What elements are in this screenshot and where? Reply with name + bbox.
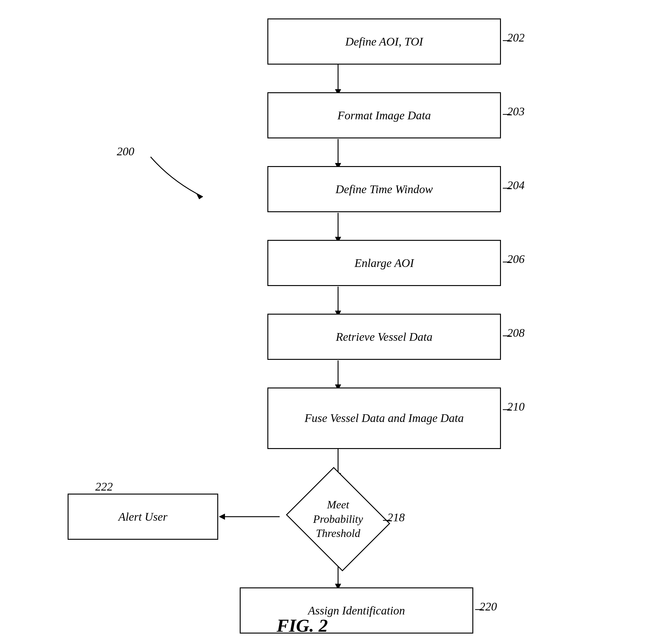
box-208-label: Retrieve Vessel Data	[336, 330, 432, 344]
ref-204: 204	[507, 178, 525, 192]
diagram-container: Define AOI, TOI 202 Format Image Data 20…	[0, 0, 646, 644]
svg-marker-13	[219, 514, 225, 520]
box-203: Format Image Data	[267, 92, 501, 139]
box-210-label: Fuse Vessel Data and Image Data	[305, 410, 464, 426]
ref-203: 203	[507, 105, 525, 118]
tick-206	[503, 261, 512, 263]
tick-202	[503, 40, 512, 41]
tick-220	[475, 609, 484, 610]
box-206-label: Enlarge AOI	[354, 256, 414, 270]
box-222-label: Alert User	[118, 510, 167, 524]
box-210: Fuse Vessel Data and Image Data	[267, 387, 501, 449]
diamond-218-label: MeetProbabilityThreshold	[313, 497, 363, 541]
tick-218	[383, 520, 392, 521]
tick-204	[503, 188, 512, 189]
tick-208	[503, 335, 512, 337]
ref-220: 220	[479, 600, 497, 613]
ref-222: 222	[95, 480, 113, 493]
box-206: Enlarge AOI	[267, 240, 501, 286]
box-208: Retrieve Vessel Data	[267, 314, 501, 360]
svg-marker-16	[196, 193, 203, 199]
tick-203	[503, 114, 512, 115]
ref-210: 210	[507, 400, 525, 413]
box-203-label: Format Image Data	[337, 109, 431, 122]
ref-202: 202	[507, 31, 525, 44]
box-222: Alert User	[68, 493, 218, 540]
box-202-label: Define AOI, TOI	[345, 35, 423, 48]
fig-caption: FIG. 2	[277, 615, 328, 636]
ref-206: 206	[507, 252, 525, 266]
box-204-label: Define Time Window	[336, 182, 433, 196]
ref-208: 208	[507, 326, 525, 340]
ref-218: 218	[387, 511, 405, 524]
ref-200: 200	[117, 145, 134, 158]
box-220: Assign Identification	[240, 587, 473, 634]
diamond-218: MeetProbabilityThreshold	[295, 476, 381, 562]
box-204: Define Time Window	[267, 166, 501, 212]
tick-210	[503, 409, 512, 410]
box-202: Define AOI, TOI	[267, 18, 501, 65]
